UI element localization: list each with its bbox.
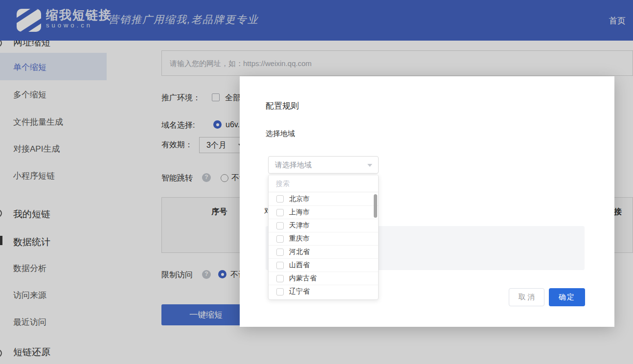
checkbox-icon[interactable] [276, 262, 284, 269]
dropdown-scrollbar-thumb[interactable] [374, 194, 377, 218]
checkbox-icon[interactable] [276, 222, 284, 229]
region-option-neimenggu[interactable]: 内蒙古省 [269, 272, 378, 285]
region-option-shanghai[interactable]: 上海市 [269, 205, 378, 219]
checkbox-icon[interactable] [276, 235, 284, 243]
region-option-beijing[interactable]: 北京市 [269, 192, 378, 205]
region-option-label: 重庆市 [289, 234, 310, 243]
region-option-label: 北京市 [289, 195, 310, 204]
region-section-label: 选择地域 [266, 129, 295, 138]
region-select-placeholder: 请选择地域 [275, 160, 312, 170]
modal-title: 配置规则 [266, 100, 299, 112]
region-option-tianjin[interactable]: 天津市 [269, 219, 378, 232]
region-option-shanxi[interactable]: 山西省 [269, 258, 378, 272]
checkbox-icon[interactable] [276, 195, 284, 203]
region-option-hebei[interactable]: 河北省 [269, 245, 378, 258]
confirm-button[interactable]: 确定 [549, 288, 585, 306]
region-search-input[interactable] [269, 175, 378, 192]
region-option-chongqing[interactable]: 重庆市 [269, 232, 378, 245]
caret-down-icon [367, 164, 372, 167]
checkbox-icon[interactable] [276, 249, 284, 256]
checkbox-icon[interactable] [276, 288, 284, 296]
region-option-label: 辽宁省 [289, 287, 310, 296]
checkbox-icon[interactable] [276, 209, 284, 216]
region-option-label: 上海市 [289, 208, 310, 217]
region-option-label: 内蒙古省 [289, 274, 316, 283]
region-dropdown-panel: 北京市 上海市 天津市 重庆市 河北省 山西省 内蒙古省 辽宁省 [268, 175, 379, 300]
checkbox-icon[interactable] [276, 275, 284, 282]
region-option-label: 天津市 [289, 221, 310, 230]
configure-rules-modal: 配置规则 选择地域 对 请选择地域 北京市 上海市 天津市 重庆市 河北省 [240, 76, 614, 327]
region-option-label: 山西省 [289, 261, 310, 270]
region-option-label: 河北省 [289, 248, 310, 256]
region-select[interactable]: 请选择地域 [268, 156, 379, 174]
cancel-button[interactable]: 取 消 [509, 288, 544, 306]
region-option-liaoning[interactable]: 辽宁省 [269, 285, 378, 298]
